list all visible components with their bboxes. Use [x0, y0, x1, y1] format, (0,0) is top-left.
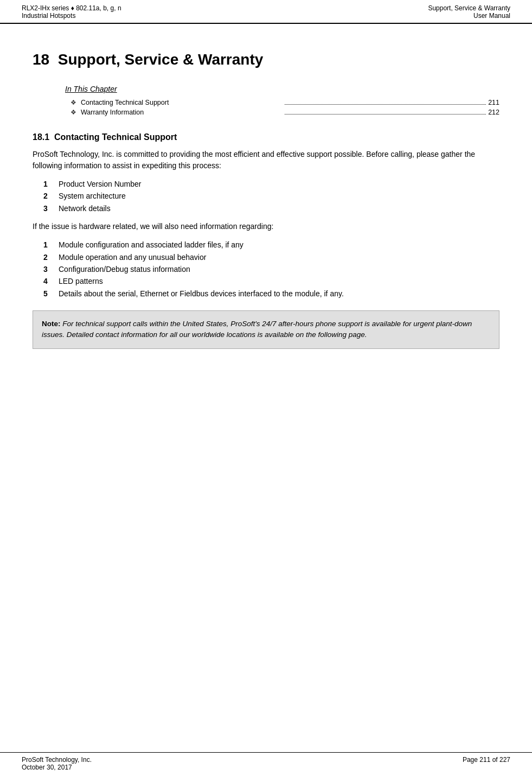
- page-header: RLX2-IHx series ♦ 802.11a, b, g, n Indus…: [0, 0, 532, 24]
- list-item-1-3: 3 Network details: [43, 202, 499, 214]
- toc-item-1: ❖ Contacting Technical Support 211: [70, 99, 499, 106]
- header-right: Support, Service & Warranty User Manual: [428, 4, 510, 20]
- toc-dots-2: [285, 114, 486, 115]
- header-left: RLX2-IHx series ♦ 802.11a, b, g, n Indus…: [22, 4, 121, 20]
- list-1: 1 Product Version Number 2 System archit…: [43, 178, 499, 214]
- toc-item-2: ❖ Warranty Information 212: [70, 109, 499, 116]
- in-this-chapter-label: In This Chapter: [65, 85, 499, 93]
- note-box: Note: For technical support calls within…: [33, 310, 499, 349]
- list-item-2-3: 3 Configuration/Debug status information: [43, 263, 499, 275]
- toc-page-2: 212: [488, 109, 499, 116]
- header-product: RLX2-IHx series ♦ 802.11a, b, g, n: [22, 4, 121, 12]
- footer-company: ProSoft Technology, Inc.: [22, 756, 92, 764]
- list-text-2-1: Module configuration and associated ladd…: [59, 239, 243, 251]
- list-item-1-1: 1 Product Version Number: [43, 178, 499, 190]
- toc-bullet-2: ❖: [70, 109, 76, 116]
- chapter-name: Support, Service & Warranty: [58, 51, 264, 68]
- in-this-chapter-block: In This Chapter ❖ Contacting Technical S…: [65, 85, 499, 116]
- list-text-1-1: Product Version Number: [59, 178, 142, 190]
- list-item-1-2: 2 System architecture: [43, 190, 499, 202]
- chapter-number: 18: [33, 51, 49, 68]
- list-num-2-3: 3: [43, 263, 52, 275]
- list-item-2-4: 4 LED patterns: [43, 275, 499, 287]
- list-text-1-3: Network details: [59, 202, 111, 214]
- section-18-1-title: 18.1 Contacting Technical Support: [33, 132, 499, 142]
- note-label: Note:: [42, 320, 61, 328]
- list-num-2-4: 4: [43, 275, 52, 287]
- toc-dots-1: [285, 104, 486, 105]
- list-text-2-2: Module operation and any unusual behavio…: [59, 251, 206, 263]
- chapter-title: 18 Support, Service & Warranty: [33, 51, 499, 68]
- header-section: Support, Service & Warranty: [428, 4, 510, 12]
- toc-text-2: Warranty Information: [81, 109, 283, 116]
- footer-date: October 30, 2017: [22, 764, 92, 771]
- page-footer: ProSoft Technology, Inc. October 30, 201…: [0, 752, 532, 771]
- note-text: For technical support calls within the U…: [42, 320, 472, 339]
- main-content: 18 Support, Service & Warranty In This C…: [0, 24, 532, 392]
- list-item-2-1: 1 Module configuration and associated la…: [43, 239, 499, 251]
- list-text-2-4: LED patterns: [59, 275, 103, 287]
- section-18-1-name: Contacting Technical Support: [54, 132, 177, 142]
- hardware-intro: If the issue is hardware related, we wil…: [33, 221, 499, 232]
- list-text-2-5: Details about the serial, Ethernet or Fi…: [59, 288, 344, 300]
- list-num-1-1: 1: [43, 178, 52, 190]
- list-num-2-5: 5: [43, 288, 52, 300]
- toc-page-1: 211: [488, 99, 499, 106]
- section-18-1: 18.1 Contacting Technical Support ProSof…: [33, 132, 499, 349]
- list-2: 1 Module configuration and associated la…: [43, 239, 499, 300]
- toc-bullet-1: ❖: [70, 99, 76, 106]
- list-item-2-5: 5 Details about the serial, Ethernet or …: [43, 288, 499, 300]
- list-text-2-3: Configuration/Debug status information: [59, 263, 190, 275]
- list-num-1-3: 3: [43, 202, 52, 214]
- list-num-2-2: 2: [43, 251, 52, 263]
- header-doc-type: User Manual: [428, 12, 510, 20]
- section-18-1-number: 18.1: [33, 132, 49, 142]
- list-item-2-2: 2 Module operation and any unusual behav…: [43, 251, 499, 263]
- footer-left: ProSoft Technology, Inc. October 30, 201…: [22, 756, 92, 771]
- section-18-1-intro: ProSoft Technology, Inc. is committed to…: [33, 149, 499, 171]
- toc-text-1: Contacting Technical Support: [81, 99, 283, 106]
- list-num-1-2: 2: [43, 190, 52, 202]
- list-num-2-1: 1: [43, 239, 52, 251]
- header-category: Industrial Hotspots: [22, 12, 121, 20]
- list-text-1-2: System architecture: [59, 190, 126, 202]
- footer-page: Page 211 of 227: [463, 756, 510, 771]
